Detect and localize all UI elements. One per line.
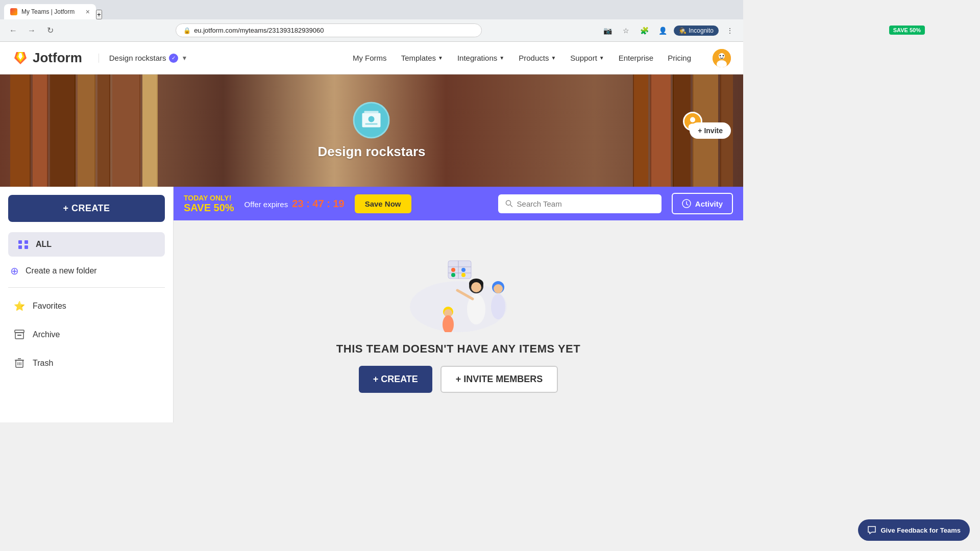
active-tab[interactable]: My Teams | Jotform ×	[4, 4, 96, 19]
empty-state-actions: + CREATE + INVITE MEMBERS	[359, 366, 558, 393]
empty-create-button[interactable]: + CREATE	[359, 366, 432, 393]
forward-button[interactable]: →	[24, 23, 39, 38]
integrations-caret: ▼	[499, 55, 504, 61]
svg-point-42	[494, 284, 503, 293]
new-tab-button[interactable]: +	[96, 10, 102, 19]
logo-icon	[12, 50, 29, 66]
reload-button[interactable]: ↻	[43, 23, 57, 38]
sidebar-item-trash[interactable]: Trash	[4, 350, 169, 377]
svg-point-9	[690, 117, 695, 122]
camera-icon[interactable]: 📷	[600, 23, 615, 38]
logo-text: Jotform	[33, 50, 82, 66]
empty-invite-button[interactable]: + INVITE MEMBERS	[440, 366, 558, 393]
activity-button[interactable]: Activity	[672, 193, 733, 214]
team-name: Design rockstars	[109, 54, 166, 62]
nav-pricing[interactable]: Pricing	[660, 49, 698, 66]
empty-state-title: THIS TEAM DOESN'T HAVE ANY ITEMS YET	[336, 342, 580, 356]
sidebar-item-all[interactable]: ALL	[8, 232, 165, 257]
nav-products[interactable]: Products ▼	[511, 49, 563, 66]
svg-rect-14	[365, 123, 378, 125]
verified-icon: ✓	[169, 54, 178, 63]
create-folder-label: Create a new folder	[26, 266, 97, 276]
svg-line-25	[510, 205, 512, 207]
browser-toolbar: ← → ↻ 🔒 eu.jotform.com/myteams/231393182…	[0, 19, 743, 42]
trash-label: Trash	[33, 359, 53, 368]
team-icon	[353, 102, 390, 139]
activity-icon	[682, 199, 691, 208]
url-text: eu.jotform.com/myteams/231393182939060	[194, 27, 324, 34]
create-folder-item[interactable]: ⊕ Create a new folder	[0, 259, 173, 283]
lock-icon: 🔒	[183, 27, 191, 34]
all-label: ALL	[36, 240, 52, 249]
svg-rect-12	[364, 111, 379, 113]
svg-rect-17	[17, 335, 21, 336]
nav-templates[interactable]: Templates ▼	[394, 49, 450, 66]
promo-today: TODAY ONLY!	[184, 194, 234, 202]
create-button[interactable]: + CREATE	[8, 195, 165, 222]
svg-point-33	[451, 273, 455, 277]
banner-center: Design rockstars	[318, 102, 426, 160]
search-team-input[interactable]	[517, 199, 654, 208]
promo-save: SAVE 50%	[184, 202, 234, 214]
empty-svg	[402, 251, 514, 332]
empty-illustration	[402, 251, 514, 332]
offer-label: Offer expires	[244, 200, 288, 209]
content-area: TODAY ONLY! SAVE 50% Offer expires 23 : …	[174, 187, 743, 422]
nav-enterprise[interactable]: Enterprise	[611, 49, 660, 66]
grid-icon	[18, 240, 29, 249]
all-icon	[16, 237, 31, 252]
favicon	[10, 8, 17, 15]
top-navigation: Jotform Design rockstars ✓ ▼ My Forms Te…	[0, 42, 743, 74]
sidebar-item-archive[interactable]: Archive	[4, 321, 169, 348]
url-bar[interactable]: 🔒 eu.jotform.com/myteams/231393182939060	[176, 23, 482, 37]
user-avatar[interactable]	[713, 49, 731, 67]
empty-state: THIS TEAM DOESN'T HAVE ANY ITEMS YET + C…	[174, 220, 743, 422]
activity-label: Activity	[695, 199, 723, 208]
search-team-container	[498, 194, 662, 213]
incognito-label: Incognito	[689, 27, 714, 34]
incognito-icon: 🕵	[679, 27, 687, 34]
tab-title: My Teams | Jotform	[21, 8, 82, 15]
team-selector[interactable]: Design rockstars ✓ ▼	[99, 54, 188, 63]
nav-links: My Forms Templates ▼ Integrations ▼ Prod…	[346, 49, 698, 66]
logo[interactable]: Jotform	[12, 50, 82, 66]
svg-point-7	[723, 55, 724, 56]
incognito-button[interactable]: 🕵 Incognito	[674, 26, 719, 36]
favorites-icon: ⭐	[12, 299, 27, 313]
invite-button[interactable]: + Invite	[690, 122, 731, 139]
team-banner: Design rockstars + Invite	[0, 74, 743, 187]
add-folder-icon: ⊕	[8, 265, 20, 277]
products-caret: ▼	[551, 55, 556, 61]
archive-label: Archive	[33, 330, 60, 339]
sidebar-item-favorites[interactable]: ⭐ Favorites	[4, 293, 169, 319]
profile-icon[interactable]: 👤	[655, 23, 670, 38]
main-content: + CREATE ALL ⊕ Create a new folder	[0, 187, 743, 422]
sidebar-divider	[8, 287, 165, 288]
svg-point-13	[369, 116, 375, 122]
promo-offer-text: Offer expires 23 : 47 : 19	[244, 198, 345, 210]
support-caret: ▼	[599, 55, 604, 61]
toolbar-right: 📷 ☆ 🧩 👤 🕵 Incognito ⋮	[600, 23, 737, 38]
promo-timer: 23 : 47 : 19	[292, 198, 344, 209]
team-selector-chevron: ▼	[181, 55, 187, 62]
close-tab-button[interactable]: ×	[86, 8, 90, 15]
save-now-button[interactable]: Save Now	[355, 194, 411, 213]
svg-point-6	[720, 55, 721, 56]
menu-icon[interactable]: ⋮	[723, 23, 737, 38]
svg-point-43	[491, 294, 505, 319]
app: Jotform Design rockstars ✓ ▼ My Forms Te…	[0, 42, 743, 422]
search-icon	[505, 199, 513, 208]
promo-text: TODAY ONLY! SAVE 50%	[184, 194, 234, 214]
trash-icon	[12, 356, 27, 370]
svg-point-34	[461, 268, 465, 272]
nav-integrations[interactable]: Integrations ▼	[450, 49, 511, 66]
svg-point-32	[451, 268, 455, 272]
nav-my-forms[interactable]: My Forms	[346, 49, 394, 66]
star-icon[interactable]: ☆	[619, 23, 633, 38]
svg-point-35	[461, 273, 465, 277]
svg-point-24	[506, 201, 510, 205]
archive-icon	[12, 328, 27, 342]
extensions-icon[interactable]: 🧩	[637, 23, 651, 38]
back-button[interactable]: ←	[6, 23, 20, 38]
nav-support[interactable]: Support ▼	[563, 49, 611, 66]
